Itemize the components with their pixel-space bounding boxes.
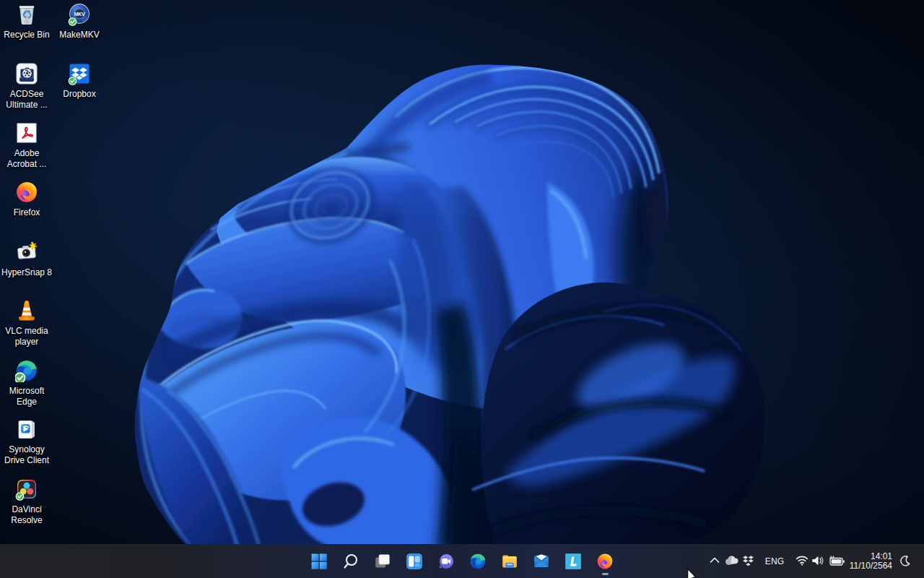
svg-text:MKV: MKV	[74, 12, 85, 17]
